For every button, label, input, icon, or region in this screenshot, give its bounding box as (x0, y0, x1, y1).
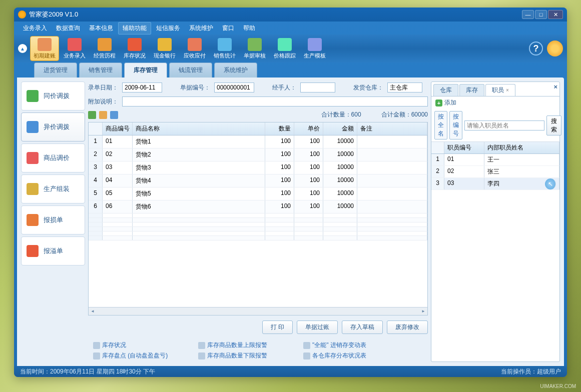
action-btn-2[interactable]: 存入草稿 (342, 320, 383, 334)
rg-col-name[interactable]: 内部职员姓名 (484, 142, 559, 154)
handler-input[interactable] (300, 82, 335, 92)
module-tab-1[interactable]: 销售管理 (79, 62, 122, 78)
warehouse-label: 发货仓库： (353, 84, 383, 92)
company-icon[interactable] (88, 111, 96, 119)
bottom-link-0[interactable]: 库存状况 (93, 341, 183, 350)
menu-item-5[interactable]: 系统维护 (185, 22, 217, 34)
search-button[interactable]: 搜索 (546, 116, 561, 136)
action-btn-3[interactable]: 废弃修改 (387, 320, 428, 334)
bottom-link-5[interactable]: 各仓库存分布状况表 (303, 352, 393, 360)
menu-item-2[interactable]: 基本信息 (85, 22, 117, 34)
toolbar-btn-7[interactable]: 单据审核 (240, 36, 269, 61)
toolbar-btn-8[interactable]: 价格跟踪 (270, 36, 299, 61)
toolbar-btn-3[interactable]: 库存状况 (120, 36, 149, 61)
module-tab-4[interactable]: 系统维护 (214, 62, 257, 78)
employee-search-input[interactable] (464, 120, 544, 130)
close-button[interactable]: ✕ (548, 10, 563, 19)
right-tab-2[interactable]: 职员× (485, 84, 515, 96)
right-grid: 职员编号 内部职员姓名 101王一202张三303李四↖ (431, 142, 559, 362)
menu-item-6[interactable]: 窗口 (218, 22, 238, 34)
toolbar-btn-0[interactable]: 初期建账 (30, 36, 59, 61)
link-icon (93, 352, 100, 360)
employee-row[interactable]: 202张三 (431, 166, 559, 178)
sidebar-item-4[interactable]: 报损单 (21, 206, 85, 234)
person-icon[interactable] (110, 111, 118, 119)
menu-item-3[interactable]: 辅助功能 (118, 22, 151, 34)
link-icon (303, 342, 310, 349)
warehouse-input[interactable] (387, 82, 422, 92)
table-row-empty[interactable] (89, 222, 427, 227)
col-amt[interactable]: 金额 (323, 122, 357, 135)
employee-row[interactable]: 303李四↖ (431, 178, 559, 190)
toolbar-btn-4[interactable]: 现金银行 (150, 36, 179, 61)
menu-item-7[interactable]: 帮助 (239, 22, 259, 34)
help-icon[interactable]: ? (529, 42, 543, 56)
maximize-button[interactable]: □ (535, 10, 547, 19)
col-qty[interactable]: 数量 (265, 122, 294, 135)
toolbar-icon (278, 38, 292, 51)
module-tab-3[interactable]: 钱流管理 (169, 62, 212, 78)
table-row[interactable]: 303货物310010010000 (89, 162, 427, 174)
filter-fullname-button[interactable]: 按全名 (434, 111, 447, 140)
col-price[interactable]: 单价 (294, 122, 323, 135)
add-button[interactable]: + 添加 (435, 98, 456, 107)
minimize-button[interactable]: — (522, 10, 534, 19)
employee-row[interactable]: 101王一 (431, 154, 559, 166)
module-tab-0[interactable]: 进货管理 (34, 62, 77, 78)
arrow-up-icon[interactable]: ↖ (545, 178, 556, 190)
link-icon (93, 342, 100, 349)
sidebar-item-3[interactable]: 生产组装 (21, 174, 85, 204)
horizontal-scrollbar[interactable] (89, 307, 427, 315)
module-tab-2[interactable]: 库存管理 (124, 62, 167, 78)
table-row[interactable]: 404货物410010010000 (89, 174, 427, 188)
right-tab-1[interactable]: 库存 (459, 84, 484, 96)
bottom-link-3[interactable]: 库存盘点 (自动盘盈盘亏) (93, 352, 183, 360)
toolbar-btn-9[interactable]: 生产模板 (300, 36, 329, 61)
right-tab-0[interactable]: 仓库 (433, 84, 458, 96)
table-row-empty[interactable] (89, 236, 427, 240)
panel-close-icon[interactable]: × (553, 83, 557, 90)
toolbar-btn-5[interactable]: 应收应付 (180, 36, 209, 61)
collapse-toggle-icon[interactable]: ▲ (18, 44, 27, 53)
table-row[interactable]: 606货物610010010000 (89, 200, 427, 214)
col-code[interactable]: 商品编号 (103, 122, 133, 135)
coin-icon[interactable] (547, 40, 563, 56)
grid-body[interactable]: 101货物110010010000202货物210010010000303货物3… (89, 136, 427, 307)
table-row-empty[interactable] (89, 218, 427, 222)
table-row[interactable]: 202货物210010010000 (89, 148, 427, 162)
toolbar-btn-2[interactable]: 经营历程 (90, 36, 119, 61)
form-row-1: 录单日期： 单据编号： 经手人： 发货仓库： (88, 82, 428, 94)
bottom-link-1[interactable]: 库存商品数量上限报警 (198, 341, 288, 350)
sidebar-item-5[interactable]: 报溢单 (21, 236, 85, 266)
table-row-empty[interactable] (89, 232, 427, 236)
menu-item-0[interactable]: 业务录入 (19, 22, 51, 34)
plus-icon: + (435, 100, 442, 106)
action-btn-1[interactable]: 单据过账 (297, 320, 338, 334)
tab-close-icon[interactable]: × (506, 88, 509, 93)
memo-input[interactable] (122, 96, 428, 106)
filter-code-button[interactable]: 按编号 (449, 111, 462, 140)
table-row-empty[interactable] (89, 227, 427, 232)
toolbar-btn-6[interactable]: 销售统计 (210, 36, 239, 61)
action-btn-0[interactable]: 打 印 (262, 320, 293, 334)
sidebar-item-2[interactable]: 商品调价 (21, 144, 85, 172)
sidebar-item-0[interactable]: 同价调拨 (21, 82, 85, 110)
sidebar-item-1[interactable]: 异价调拨 (21, 112, 85, 142)
toolbar-btn-1[interactable]: 业务录入 (60, 36, 89, 61)
date-input[interactable] (122, 82, 162, 92)
right-grid-body[interactable]: 101王一202张三303李四↖ (431, 154, 559, 190)
docno-input[interactable] (214, 82, 254, 92)
rg-col-code[interactable]: 职员编号 (444, 142, 484, 154)
titlebar[interactable]: 管家婆2009 V1.0 — □ ✕ (14, 8, 567, 22)
col-name[interactable]: 商品名称 (133, 122, 265, 135)
building-icon[interactable] (99, 111, 107, 119)
bottom-link-4[interactable]: 库存商品数量下限报警 (198, 352, 288, 360)
bottom-link-2[interactable]: "全能" 进销存变动表 (303, 341, 393, 350)
col-note[interactable]: 备注 (357, 122, 427, 135)
table-row[interactable]: 101货物110010010000 (89, 136, 427, 148)
menu-item-1[interactable]: 数据查询 (52, 22, 84, 34)
menu-item-4[interactable]: 短信服务 (152, 22, 184, 34)
table-row[interactable]: 505货物510010010000 (89, 188, 427, 200)
link-icon (198, 352, 205, 360)
table-row-empty[interactable] (89, 214, 427, 218)
